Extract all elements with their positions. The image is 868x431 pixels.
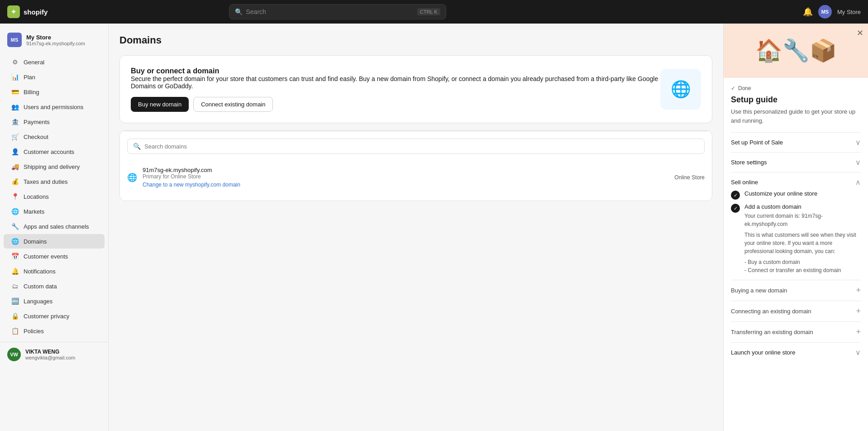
sidebar-item-checkout[interactable]: 🛒Checkout [4, 129, 105, 144]
setup-section-launch-header[interactable]: Launch your online store ∨ [731, 348, 861, 357]
setup-panel-header: ✕ 🏠🔧📦 [724, 24, 868, 78]
domain-left: 🌐 91m7sg-ek.myshopify.com Primary for On… [127, 167, 240, 188]
domain-sub: Primary for Online Store [143, 173, 240, 180]
domain-list: 🌐 91m7sg-ek.myshopify.com Primary for On… [120, 161, 712, 201]
setup-section-store-settings: Store settings ∨ [731, 152, 861, 172]
sidebar-user-email: wengvikta@gmail.com [25, 355, 75, 360]
sidebar-item-label-markets: Markets [24, 208, 44, 215]
apps-nav-icon: 🔧 [11, 222, 19, 230]
domain-info: 91m7sg-ek.myshopify.com Primary for Onli… [143, 167, 240, 188]
shopify-logo-icon: ✦ [7, 5, 20, 18]
sidebar-user-name: VIKTA WENG [25, 349, 75, 355]
setup-section-pos-header[interactable]: Set up Point of Sale ∨ [731, 138, 861, 147]
sidebar-item-taxes[interactable]: 💰Taxes and duties [4, 174, 105, 189]
add-domain-content: Add a custom domain Your current domain … [744, 203, 861, 274]
sidebar-item-languages[interactable]: 🔤Languages [4, 294, 105, 308]
sidebar-item-label-languages: Languages [24, 298, 52, 305]
add-domain-desc2: This is what customers will see when the… [744, 231, 861, 255]
sidebar-item-payments[interactable]: 🏦Payments [4, 115, 105, 129]
sidebar-item-locations[interactable]: 📍Locations [4, 189, 105, 204]
launch-chevron-icon: ∨ [855, 348, 861, 357]
sidebar-item-label-customer-accounts: Customer accounts [24, 148, 74, 155]
sell-online-chevron-icon: ∧ [855, 178, 861, 187]
search-domains-icon: 🔍 [133, 143, 141, 150]
table-row: 🌐 91m7sg-ek.myshopify.com Primary for On… [127, 161, 705, 193]
buy-domain-button[interactable]: Buy new domain [131, 97, 189, 112]
sidebar-item-general[interactable]: ⚙General [4, 55, 105, 69]
sidebar-item-custom-data[interactable]: 🗂Custom data [4, 279, 105, 293]
setup-guide-desc: Use this personalized guide to get your … [731, 107, 861, 125]
done-check-icon: ✓ [731, 85, 735, 91]
expand-transferring-domain-header[interactable]: Transferring an existing domain + [731, 327, 861, 337]
change-domain-link[interactable]: Change to a new myshopify.com domain [143, 182, 240, 188]
sidebar-store: MS My Store 91m7sg-ek.myshopify.com [0, 29, 108, 54]
connecting-domain-plus-icon: + [856, 306, 861, 316]
sidebar-item-users[interactable]: 👥Users and permissions [4, 100, 105, 114]
domain-promo-heading: Buy or connect a domain [131, 67, 660, 75]
sidebar-item-label-customer-privacy: Customer privacy [24, 313, 69, 320]
sidebar-item-apps[interactable]: 🔧Apps and sales channels [4, 219, 105, 234]
general-nav-icon: ⚙ [11, 58, 19, 66]
customer-privacy-nav-icon: 🔒 [11, 312, 19, 320]
sidebar-item-markets[interactable]: 🌐Markets [4, 204, 105, 219]
connect-domain-button[interactable]: Connect existing domain [193, 97, 273, 112]
setup-panel-close-button[interactable]: ✕ [857, 28, 863, 38]
custom-data-nav-icon: 🗂 [11, 282, 19, 290]
setup-content: ✓ Done Setup guide Use this personalized… [724, 78, 868, 369]
user-avatar[interactable]: MS [818, 5, 832, 19]
nav-right: 🔔 MS My Store [803, 5, 861, 19]
sidebar-item-label-checkout: Checkout [24, 134, 48, 140]
sidebar-store-url: 91m7sg-ek.myshopify.com [26, 41, 85, 46]
global-search[interactable]: 🔍 CTRL K [229, 4, 446, 19]
billing-nav-icon: 💳 [11, 88, 19, 96]
add-domain-desc3: - Buy a custom domain [744, 258, 861, 266]
sidebar-item-label-payments: Payments [24, 119, 50, 125]
setup-item-customize: ✓ Customize your online store [731, 187, 861, 200]
domain-status: Online Store [674, 174, 705, 181]
domain-search-section: 🔍 [120, 131, 712, 161]
setup-section-sell-label: Sell online [731, 179, 758, 186]
sidebar: MS My Store 91m7sg-ek.myshopify.com ⚙Gen… [0, 24, 109, 431]
languages-nav-icon: 🔤 [11, 297, 19, 305]
connecting-domain-label: Connecting an existing domain [731, 308, 811, 315]
customize-content: Customize your online store [744, 190, 861, 199]
page-title: Domains [119, 34, 712, 46]
sidebar-item-domains[interactable]: 🌐Domains [4, 234, 105, 249]
domain-search-input[interactable] [144, 143, 699, 150]
expand-buying-domain-header[interactable]: Buying a new domain + [731, 286, 861, 295]
sidebar-item-shipping[interactable]: 🚚Shipping and delivery [4, 159, 105, 174]
current-domain-label: Your current domain is: [744, 213, 801, 219]
setup-section-store-header[interactable]: Store settings ∨ [731, 158, 861, 167]
markets-nav-icon: 🌐 [11, 207, 19, 216]
sidebar-item-customer-privacy[interactable]: 🔒Customer privacy [4, 309, 105, 323]
sidebar-item-customer-accounts[interactable]: 👤Customer accounts [4, 144, 105, 159]
setup-guide-title: Setup guide [731, 95, 861, 105]
sidebar-item-billing[interactable]: 💳Billing [4, 85, 105, 99]
pos-chevron-icon: ∨ [855, 138, 861, 147]
customize-check-icon: ✓ [731, 191, 740, 200]
expand-connecting-domain-header[interactable]: Connecting an existing domain + [731, 306, 861, 316]
setup-section-sell-header[interactable]: Sell online ∧ [731, 178, 861, 187]
sidebar-item-policies[interactable]: 📋Policies [4, 324, 105, 338]
store-settings-chevron-icon: ∨ [855, 158, 861, 167]
setup-section-pos-label: Set up Point of Sale [731, 139, 783, 146]
users-nav-icon: 👥 [11, 103, 19, 111]
sidebar-item-label-shipping: Shipping and delivery [24, 163, 80, 170]
sidebar-user-avatar: VW [7, 348, 21, 361]
add-domain-title: Add a custom domain [744, 203, 861, 210]
domain-search-wrap[interactable]: 🔍 [127, 139, 705, 154]
notifications-bell-icon[interactable]: 🔔 [803, 7, 813, 17]
content-area: Domains Buy or connect a domain Secure t… [109, 24, 723, 431]
sidebar-item-label-taxes: Taxes and duties [24, 178, 68, 185]
locations-nav-icon: 📍 [11, 192, 19, 201]
domains-list-card: 🔍 🌐 91m7sg-ek.myshopify.com Primary for … [119, 130, 712, 201]
sidebar-item-notifications[interactable]: 🔔Notifications [4, 264, 105, 278]
setup-section-pos: Set up Point of Sale ∨ [731, 132, 861, 152]
sidebar-item-customer-events[interactable]: 📅Customer events [4, 249, 105, 263]
buying-domain-label: Buying a new domain [731, 287, 787, 294]
sidebar-item-plan[interactable]: 📊Plan [4, 70, 105, 84]
taxes-nav-icon: 💰 [11, 177, 19, 186]
shopify-logo[interactable]: ✦ shopify [7, 5, 48, 18]
search-input[interactable] [246, 8, 414, 15]
setup-section-sell-online: Sell online ∧ ✓ Customize your online st… [731, 172, 861, 280]
